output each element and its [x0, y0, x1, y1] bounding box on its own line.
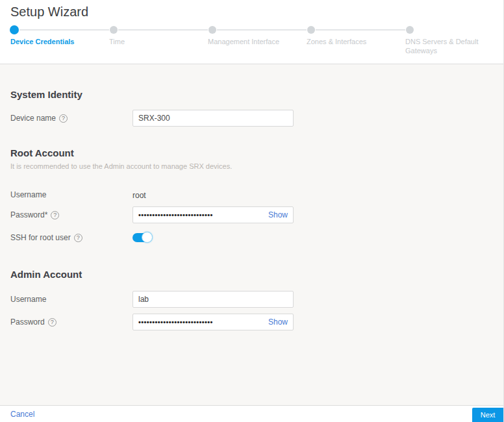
- admin-password-field-wrap: ••••••••••••••••••••••••••• Show: [132, 314, 294, 330]
- root-password-field-wrap: ••••••••••••••••••••••••••• Show: [132, 206, 294, 223]
- step-connector: [19, 29, 109, 31]
- admin-account-heading: Admin Account: [10, 269, 493, 280]
- help-icon[interactable]: ?: [51, 211, 59, 219]
- admin-password-masked-value: •••••••••••••••••••••••••••: [138, 319, 213, 326]
- root-account-heading: Root Account: [10, 147, 493, 159]
- wizard-content: System Identity Device name ? Root Accou…: [0, 64, 503, 405]
- root-password-row: Password* ? ••••••••••••••••••••••••••• …: [10, 206, 493, 223]
- cancel-button[interactable]: Cancel: [10, 410, 34, 419]
- wizard-stepper: Device Credentials Time Management Inter…: [0, 0, 504, 64]
- root-username-label-wrap: Username: [10, 190, 132, 199]
- root-password-masked-value: •••••••••••••••••••••••••••: [138, 212, 213, 219]
- ssh-root-label-wrap: SSH for root user ?: [10, 233, 132, 242]
- ssh-root-label: SSH for root user: [10, 233, 71, 242]
- admin-username-row: Username: [10, 291, 493, 308]
- step-label-device-credentials: Device Credentials: [10, 37, 103, 46]
- device-name-label: Device name: [10, 114, 56, 123]
- admin-password-show-link[interactable]: Show: [268, 317, 288, 327]
- setup-wizard-page: Setup Wizard Device Credentials Time Man…: [0, 0, 504, 422]
- wizard-footer: Cancel Next: [0, 405, 503, 422]
- step-label-management-interface: Management Interface: [208, 37, 300, 46]
- admin-username-label: Username: [10, 295, 46, 304]
- step-dot-zones-interfaces: [307, 26, 315, 34]
- step-label-dns-servers: DNS Servers & Default Gateways: [405, 37, 483, 55]
- admin-password-row: Password ? ••••••••••••••••••••••••••• S…: [10, 314, 493, 330]
- help-icon[interactable]: ?: [74, 234, 82, 242]
- step-dot-time: [110, 26, 118, 34]
- system-identity-heading: System Identity: [10, 89, 493, 101]
- device-name-label-wrap: Device name ?: [10, 114, 132, 123]
- device-name-field-wrap: [132, 110, 294, 127]
- root-username-value: root: [132, 191, 146, 200]
- step-connector: [118, 29, 208, 31]
- root-password-label-wrap: Password* ?: [10, 210, 132, 219]
- root-password-input[interactable]: ••••••••••••••••••••••••••• Show: [132, 206, 294, 223]
- admin-username-input[interactable]: [132, 291, 294, 308]
- admin-password-label: Password: [10, 317, 45, 327]
- step-dot-device-credentials: [10, 25, 19, 34]
- step-connector: [217, 29, 307, 31]
- root-username-row: Username root: [10, 188, 493, 201]
- ssh-root-field-wrap: [132, 233, 294, 242]
- help-icon[interactable]: ?: [59, 114, 68, 123]
- device-name-row: Device name ?: [10, 110, 493, 127]
- help-icon[interactable]: ?: [48, 318, 57, 327]
- step-connector: [316, 29, 405, 31]
- next-button[interactable]: Next: [472, 408, 503, 422]
- ssh-root-row: SSH for root user ?: [10, 231, 493, 244]
- root-password-show-link[interactable]: Show: [268, 210, 288, 219]
- step-dot-management-interface: [208, 26, 216, 34]
- step-label-time: Time: [109, 37, 201, 46]
- root-password-label: Password*: [10, 210, 47, 219]
- root-username-value-wrap: root: [132, 189, 294, 201]
- root-username-label: Username: [10, 190, 46, 199]
- root-account-subtitle: It is recommended to use the Admin accou…: [10, 162, 493, 170]
- toggle-knob: [142, 232, 153, 243]
- ssh-root-toggle[interactable]: [132, 233, 151, 242]
- step-label-zones-interfaces: Zones & Interfaces: [307, 37, 399, 46]
- admin-password-input[interactable]: ••••••••••••••••••••••••••• Show: [132, 314, 294, 330]
- admin-username-label-wrap: Username: [10, 295, 132, 304]
- admin-password-label-wrap: Password ?: [10, 317, 132, 327]
- step-dot-dns-servers: [406, 26, 414, 34]
- admin-username-field-wrap: [132, 291, 294, 308]
- wizard-header: Setup Wizard Device Credentials Time Man…: [0, 0, 503, 64]
- device-name-input[interactable]: [132, 110, 294, 127]
